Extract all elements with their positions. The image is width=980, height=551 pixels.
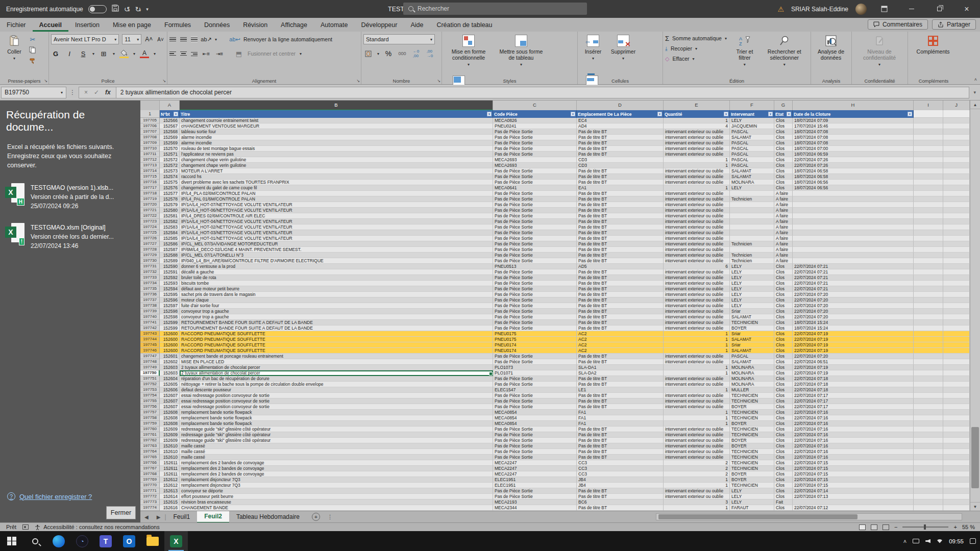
cell[interactable]: Pas de titre BT	[577, 292, 664, 297]
cell[interactable]	[914, 152, 943, 157]
cell[interactable]: Clos	[774, 281, 793, 286]
cell[interactable]	[914, 488, 943, 494]
cell[interactable]: Pas de Pièce Sortie	[493, 393, 577, 398]
row-header[interactable]: 197718	[140, 191, 160, 196]
cell[interactable]: Pas de Pièce Sortie	[493, 269, 577, 275]
row-header[interactable]: 197725	[140, 230, 160, 236]
cell[interactable]	[914, 393, 943, 398]
close-pane-button[interactable]: Fermer	[106, 506, 136, 519]
cell[interactable]: Clos	[774, 275, 793, 281]
cell[interactable]	[914, 499, 943, 505]
cell[interactable]: Pas de titre BT	[577, 135, 664, 140]
cell[interactable]: Clos	[774, 438, 793, 443]
cell[interactable]: intervenant exterieur ou oublie	[664, 219, 730, 224]
cell[interactable]	[730, 191, 774, 196]
row-header[interactable]: 197713	[140, 163, 160, 168]
cell[interactable]: intervenant exterieur ou oublie	[664, 292, 730, 297]
cell[interactable]: PNEU0175	[493, 337, 577, 342]
cell[interactable]: 22/07/2024 07:19	[793, 365, 914, 370]
cell[interactable]: Pas de titre BT	[577, 404, 664, 410]
cell[interactable]: Pas de Pièce Sortie	[493, 376, 577, 382]
empty-cell[interactable]	[914, 110, 943, 118]
cell[interactable]: LELY	[730, 185, 774, 191]
cell[interactable]: LELY	[730, 118, 774, 123]
cell[interactable]: Pas de Pièce Sortie	[493, 443, 577, 449]
ribbon-tab-donn-es[interactable]: Données	[198, 19, 236, 32]
comments-button[interactable]: Commentaires	[868, 19, 928, 30]
row-header[interactable]: 1	[140, 110, 160, 118]
cell[interactable]: LELY	[730, 275, 774, 281]
cell[interactable]: 18/07/2024 06:56	[793, 185, 914, 191]
row-header[interactable]: 197767	[140, 466, 160, 471]
cell[interactable]: l'applicateur ne reviens pas	[180, 152, 493, 157]
cell[interactable]	[943, 269, 970, 275]
cell[interactable]	[730, 247, 774, 253]
row-header[interactable]: 197733	[140, 275, 160, 281]
cell[interactable]: 152612	[160, 483, 180, 488]
cell[interactable]: 152606	[160, 387, 180, 393]
cell[interactable]: LELY	[730, 292, 774, 297]
user-name[interactable]: SRIAR Salah-Eddine	[791, 6, 848, 13]
cell[interactable]	[914, 146, 943, 152]
sensitivity-button[interactable]: Niveau de confidentialité▾	[854, 34, 905, 74]
cell[interactable]: intervenant exterieur ou oublie	[664, 146, 730, 152]
cell[interactable]: Pas de titre BT	[577, 180, 664, 185]
cell[interactable]: Pas de titre BT	[577, 247, 664, 253]
cell[interactable]: Pas de titre BT	[577, 393, 664, 398]
cell[interactable]: LELY	[730, 488, 774, 494]
cell[interactable]	[914, 202, 943, 208]
cell[interactable]: TECHNICIEN	[730, 427, 774, 432]
row-header[interactable]: 197735	[140, 286, 160, 292]
cell[interactable]	[943, 157, 970, 163]
cell[interactable]: 152589	[160, 258, 180, 264]
cell[interactable]	[914, 382, 943, 387]
cell[interactable]: MECA0854	[493, 421, 577, 427]
cell[interactable]: remplacement disjoncteur 7Q3	[180, 477, 493, 483]
cell[interactable]: A faire	[774, 230, 793, 236]
cell[interactable]: intervenant exterieur ou oublie	[664, 281, 730, 286]
cell[interactable]: TECHNICIEN	[730, 415, 774, 421]
cell[interactable]: Pas de titre BT	[577, 269, 664, 275]
cell[interactable]	[943, 286, 970, 292]
cell[interactable]: 3	[664, 499, 730, 505]
cell[interactable]: IP/1A/L4_HOT-04/NETTOYAGE VOLUTE VENTILA…	[180, 219, 493, 224]
cell[interactable]	[943, 129, 970, 135]
cell[interactable]: IP/CL_MEL 07/3A/VIDANGE MOTOREDUCTEUR	[180, 241, 493, 247]
wrap-text-icon[interactable]: ab↩	[230, 35, 239, 44]
cell[interactable]: 152611	[160, 471, 180, 477]
column-letter-G[interactable]: G	[774, 101, 793, 111]
cell[interactable]: Technicien	[730, 253, 774, 258]
sheet-scroll-splitter[interactable]: ⋮	[327, 514, 333, 520]
cell[interactable]	[914, 258, 943, 264]
cell[interactable]: Pas de Pièce Sortie	[493, 146, 577, 152]
cell[interactable]	[943, 247, 970, 253]
column-letter-B[interactable]: B	[180, 101, 493, 111]
cell[interactable]: donner 6 ventouse a la prod	[180, 264, 493, 269]
cell[interactable]: 1	[664, 410, 730, 415]
cell[interactable]: Pas de Pièce Sortie	[493, 455, 577, 460]
row-header[interactable]: 197771	[140, 488, 160, 494]
cell[interactable]	[943, 499, 970, 505]
cell[interactable]: Clos	[774, 415, 793, 421]
column-header[interactable]: Quantité▼	[664, 110, 730, 118]
cell[interactable]: décallé a gauche	[180, 269, 493, 275]
cell[interactable]	[943, 292, 970, 297]
cell[interactable]: Technicien	[730, 196, 774, 202]
cell[interactable]	[914, 449, 943, 455]
cell[interactable]: IP/1A/L4_HOT-07/NETTOYAGE VOLUTE VENTILA…	[180, 202, 493, 208]
cell[interactable]: PNEU0241	[493, 123, 577, 129]
cell[interactable]: IP/6M/L4_DECO 02/LIGNE 4 MAINT. PREVENTI…	[180, 247, 493, 253]
cell[interactable]: 152613	[160, 488, 180, 494]
cell[interactable]	[914, 224, 943, 230]
cell[interactable]	[914, 376, 943, 382]
cell[interactable]	[943, 320, 970, 325]
cell[interactable]: PNEU0174	[493, 348, 577, 354]
cell[interactable]: 152573	[160, 168, 180, 174]
cell[interactable]	[943, 477, 970, 483]
cell[interactable]: Clos	[774, 494, 793, 499]
cell[interactable]	[943, 241, 970, 247]
cell[interactable]	[914, 118, 943, 123]
cell[interactable]: RACCORD PNEUMATIQUE SOUFFLETTE	[180, 342, 493, 348]
cell[interactable]: 2	[664, 466, 730, 471]
cell[interactable]	[793, 247, 914, 253]
